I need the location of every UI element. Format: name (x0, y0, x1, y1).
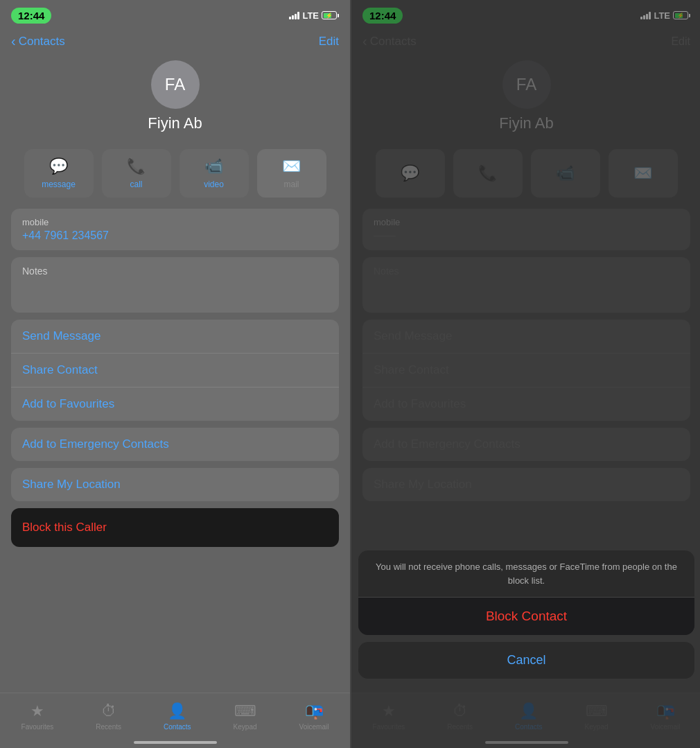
video-label: video (204, 180, 224, 189)
recents-label: Recents (96, 723, 121, 731)
favourites-icon: ★ (30, 702, 44, 720)
modal-card: You will not receive phone calls, messag… (358, 550, 694, 635)
mobile-info-left: mobile +44 7961 234567 (11, 209, 339, 250)
status-icons-left: LTE ⚡ (289, 10, 339, 21)
notes-label-left: Notes (22, 266, 328, 277)
mail-btn[interactable]: ✉️ mail (257, 149, 326, 198)
video-icon: 📹 (204, 157, 223, 175)
right-phone-screen: 12:44 LTE ⚡ ‹ Contacts Edit FA Fiyin Ab (351, 0, 700, 748)
call-btn[interactable]: 📞 call (102, 149, 171, 198)
edit-button-left[interactable]: Edit (319, 35, 339, 49)
lte-label-left: LTE (302, 10, 319, 21)
tab-keypad[interactable]: ⌨ Keypad (234, 702, 257, 731)
block-contact-btn[interactable]: Block Contact (358, 598, 694, 635)
keypad-icon: ⌨ (234, 702, 256, 720)
block-section-left[interactable]: Block this Caller (11, 508, 339, 547)
tab-bar-left: ★ Favourites ⏱ Recents 👤 Contacts ⌨ Keyp… (0, 693, 350, 748)
mail-icon: ✉️ (282, 157, 301, 175)
nav-bar-left: ‹ Contacts Edit (0, 31, 350, 55)
keypad-label: Keypad (234, 723, 257, 731)
avatar-left: FA (151, 60, 200, 109)
voicemail-icon: 📭 (305, 702, 324, 720)
call-icon: 📞 (127, 157, 146, 175)
cancel-btn[interactable]: Cancel (358, 642, 694, 679)
emergency-contacts-item-left[interactable]: Add to Emergency Contacts (11, 428, 339, 461)
mobile-row-left: mobile +44 7961 234567 (11, 209, 339, 250)
recents-icon: ⏱ (101, 702, 116, 720)
contacts-label: Contacts (164, 723, 191, 731)
contacts-icon: 👤 (168, 702, 186, 720)
tab-favourites[interactable]: ★ Favourites (21, 702, 54, 731)
mobile-number-left[interactable]: +44 7961 234567 (22, 229, 328, 242)
status-time-left: 12:44 (11, 8, 51, 24)
signal-bars-left (289, 11, 299, 19)
tab-voicemail[interactable]: 📭 Voicemail (299, 702, 329, 731)
voicemail-label: Voicemail (299, 723, 329, 731)
mobile-label-left: mobile (22, 217, 328, 227)
tab-contacts[interactable]: 👤 Contacts (164, 702, 191, 731)
battery-left: ⚡ (322, 11, 339, 19)
left-phone-screen: 12:44 LTE ⚡ ‹ Contacts Edit FA Fiyin Ab (0, 0, 350, 748)
message-btn[interactable]: 💬 message (24, 149, 94, 198)
modal-info-text: You will not receive phone calls, messag… (358, 550, 694, 598)
block-label-left[interactable]: Block this Caller (22, 521, 107, 534)
home-indicator-left (134, 741, 217, 744)
back-label-left: Contacts (19, 35, 65, 49)
video-btn[interactable]: 📹 video (180, 149, 249, 198)
call-label: call (130, 180, 142, 189)
favourites-label: Favourites (21, 723, 54, 731)
back-button-left[interactable]: ‹ Contacts (11, 33, 65, 49)
block-modal: You will not receive phone calls, messag… (358, 550, 694, 679)
send-message-item[interactable]: Send Message (11, 320, 339, 354)
notes-row-left: Notes (11, 257, 339, 313)
status-bar-left: 12:44 LTE ⚡ (0, 0, 350, 31)
action-row-left: 💬 message 📞 call 📹 video ✉️ mail (0, 143, 350, 209)
message-label: message (42, 180, 76, 189)
contact-header-left: FA Fiyin Ab (0, 55, 350, 143)
contact-name-left: Fiyin Ab (148, 114, 202, 132)
mail-label: mail (283, 180, 299, 189)
back-chevron-left: ‹ (11, 33, 16, 49)
action-list-1-left: Send Message Share Contact Add to Favour… (11, 320, 339, 421)
tab-recents[interactable]: ⏱ Recents (96, 702, 121, 731)
add-favourites-item[interactable]: Add to Favourites (11, 388, 339, 421)
notes-section-left: Notes (11, 257, 339, 313)
message-icon: 💬 (49, 157, 68, 175)
share-contact-item[interactable]: Share Contact (11, 354, 339, 388)
share-location-item-left[interactable]: Share My Location (11, 468, 339, 501)
